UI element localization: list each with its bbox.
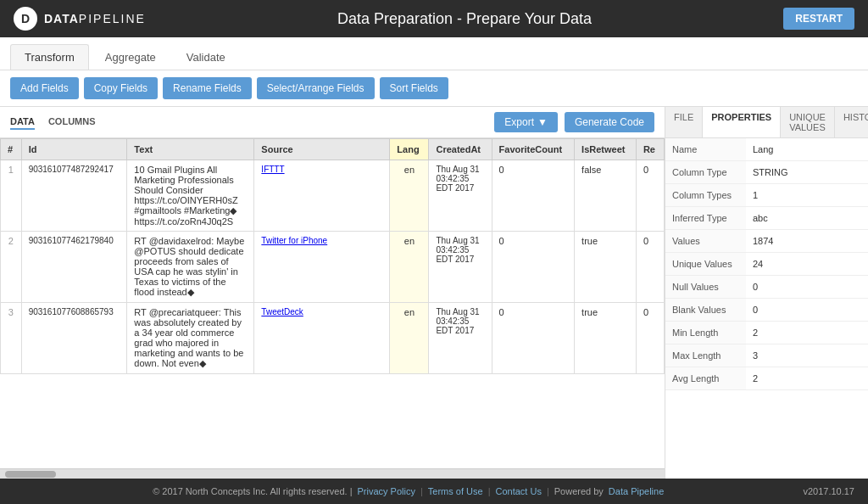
terms-of-use-link[interactable]: Terms of Use [428, 486, 483, 496]
cell-text: 10 Gmail Plugins All Marketing Professio… [127, 160, 254, 232]
col-header-re: Re [636, 139, 664, 160]
header: D DATAPIPELINE Data Preparation - Prepar… [0, 0, 868, 37]
sort-fields-button[interactable]: Sort Fields [380, 77, 448, 99]
cell-fav: 0 [492, 303, 575, 374]
select-arrange-fields-button[interactable]: Select/Arrange Fields [257, 77, 375, 99]
tab-aggregate[interactable]: Aggregate [91, 44, 170, 70]
logo-text: DATAPIPELINE [44, 12, 146, 25]
property-row: Inferred Type abc [665, 207, 868, 230]
cell-re: 0 [636, 232, 664, 303]
cell-fav: 0 [492, 232, 575, 303]
tab-transform[interactable]: Transform [10, 44, 89, 70]
col-header-fav: FavoriteCount [492, 139, 575, 160]
view-toggles: DATA COLUMNS [10, 115, 96, 130]
data-table: # Id Text Source Lang CreatedAt Favorite… [0, 138, 665, 374]
export-button[interactable]: Export ▼ [494, 112, 558, 132]
cell-id: 903161077462179840 [21, 232, 127, 303]
col-header-text: Text [127, 139, 254, 160]
property-label: Column Types [665, 184, 746, 206]
tab-file[interactable]: FILE [665, 107, 703, 137]
data-actions: Export ▼ Generate Code [494, 112, 654, 132]
footer-sep1: | [420, 486, 423, 496]
tab-properties[interactable]: PROPERTIES [703, 107, 781, 137]
scroll-thumb[interactable] [5, 471, 56, 478]
property-label: Max Length [665, 344, 746, 367]
tab-validate[interactable]: Validate [172, 44, 240, 70]
add-fields-button[interactable]: Add Fields [10, 77, 79, 99]
cell-isretweet: true [575, 232, 637, 303]
property-value: 1874 [746, 230, 868, 252]
logo-name-light: PIPELINE [79, 12, 146, 25]
cell-text: RT @precariatqueer: This was absolutely … [127, 303, 254, 374]
export-label: Export [504, 116, 534, 128]
property-value: 2 [746, 367, 868, 389]
table-row: 3 903161077608865793 RT @precariatqueer:… [1, 303, 665, 374]
footer-sep3: | [547, 486, 549, 496]
cell-id: 903161077487292417 [21, 160, 127, 232]
cell-source: IFTTT [254, 160, 390, 232]
columns-view-toggle[interactable]: COLUMNS [48, 115, 96, 130]
generate-code-button[interactable]: Generate Code [565, 112, 654, 132]
cell-lang: en [390, 160, 429, 232]
cell-source: TweetDeck [254, 303, 390, 374]
main-content: Transform Aggregate Validate Add Fields … [0, 37, 868, 479]
logo-icon: D [14, 7, 37, 31]
property-value: Lang [746, 138, 868, 160]
cell-num: 3 [1, 303, 22, 374]
property-row: Avg Length 2 [665, 367, 868, 390]
cell-created: Thu Aug 3103:42:35EDT 2017 [429, 232, 492, 303]
data-table-container[interactable]: # Id Text Source Lang CreatedAt Favorite… [0, 138, 665, 468]
content-area: DATA COLUMNS Export ▼ Generate Code # [0, 107, 868, 479]
property-value: abc [746, 207, 868, 229]
property-row: Max Length 3 [665, 344, 868, 367]
property-label: Inferred Type [665, 207, 746, 229]
property-row: Blank Values 0 [665, 299, 868, 322]
property-value: STRING [746, 161, 868, 183]
table-row: 2 903161077462179840 RT @davidaxelrod: M… [1, 232, 665, 303]
footer: © 2017 North Concepts Inc. All rights re… [0, 479, 868, 504]
property-label: Column Type [665, 161, 746, 183]
cell-num: 1 [1, 160, 22, 232]
property-label: Null Values [665, 276, 746, 298]
tab-unique-values[interactable]: UNIQUE VALUES [781, 107, 835, 137]
property-row: Column Type STRING [665, 161, 868, 184]
cell-re: 0 [636, 160, 664, 232]
property-label: Avg Length [665, 367, 746, 389]
horizontal-scrollbar[interactable] [0, 468, 665, 479]
col-header-lang: Lang [390, 139, 429, 160]
copy-fields-button[interactable]: Copy Fields [84, 77, 158, 99]
data-toggle-bar: DATA COLUMNS Export ▼ Generate Code [0, 107, 665, 138]
property-label: Name [665, 138, 746, 160]
footer-sep2: | [488, 486, 491, 496]
logo-name-bold: DATA [44, 12, 79, 25]
rename-fields-button[interactable]: Rename Fields [163, 77, 252, 99]
contact-us-link[interactable]: Contact Us [495, 486, 541, 496]
properties-content: Name Lang Column Type STRING Column Type… [665, 138, 868, 479]
property-value: 1 [746, 184, 868, 206]
cell-re: 0 [636, 303, 664, 374]
property-row: Column Types 1 [665, 184, 868, 207]
cell-created: Thu Aug 3103:42:35EDT 2017 [429, 160, 492, 232]
privacy-policy-link[interactable]: Privacy Policy [358, 486, 415, 496]
property-value: 0 [746, 299, 868, 321]
cell-lang: en [390, 303, 429, 374]
tab-history[interactable]: HISTORY [835, 107, 868, 137]
property-row: Name Lang [665, 138, 868, 161]
main-tabs: Transform Aggregate Validate [0, 37, 868, 70]
col-header-num: # [1, 139, 22, 160]
property-value: 3 [746, 344, 868, 367]
data-pipeline-link[interactable]: Data Pipeline [609, 486, 664, 496]
property-row: Unique Values 24 [665, 253, 868, 276]
cell-fav: 0 [492, 160, 575, 232]
property-row: Values 1874 [665, 230, 868, 253]
property-label: Values [665, 230, 746, 252]
property-label: Blank Values [665, 299, 746, 321]
property-label: Min Length [665, 322, 746, 344]
col-header-isretweet: IsRetweet [575, 139, 637, 160]
data-view-toggle[interactable]: DATA [10, 115, 35, 130]
property-row: Null Values 0 [665, 276, 868, 299]
restart-button[interactable]: RESTART [783, 8, 854, 30]
footer-center: © 2017 North Concepts Inc. All rights re… [153, 486, 664, 496]
toolbar: Add Fields Copy Fields Rename Fields Sel… [0, 70, 868, 107]
cell-isretweet: true [575, 303, 637, 374]
